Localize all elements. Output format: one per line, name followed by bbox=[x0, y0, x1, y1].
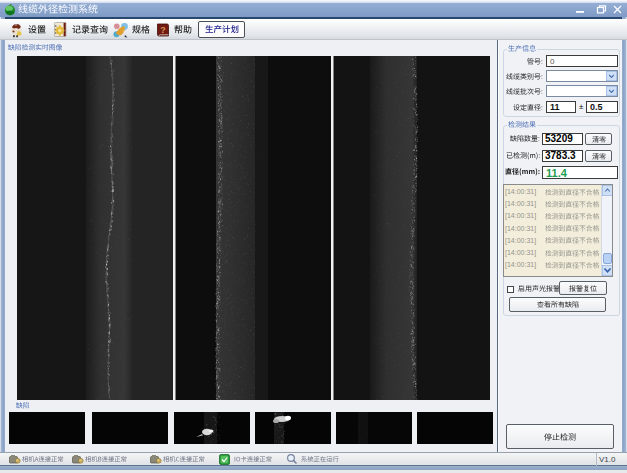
svg-text:?: ? bbox=[160, 25, 166, 35]
